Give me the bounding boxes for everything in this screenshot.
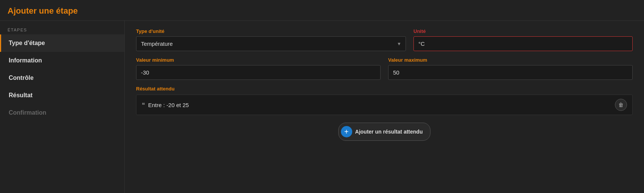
valeur-min-label: Valeur minimum (136, 57, 381, 63)
sidebar-item-controle[interactable]: Contrôle (0, 69, 124, 87)
unite-type-select-wrapper: Température ▼ (136, 36, 406, 51)
sidebar-item-type-etape[interactable]: Type d'étape (0, 34, 124, 52)
form-row-2: Valeur minimum Valeur maximum (136, 57, 633, 80)
result-label: Résultat attendu (136, 86, 633, 92)
valeur-max-group: Valeur maximum (388, 57, 633, 80)
unite-input[interactable] (413, 36, 633, 51)
sidebar-item-resultat[interactable]: Résultat (0, 87, 124, 104)
dialog-body: ÉTAPES Type d'étape Information Contrôle… (0, 21, 644, 193)
valeur-min-input[interactable] (136, 65, 381, 80)
result-section: Résultat attendu ❝ Entre : -20 et 25 🗑 (136, 86, 633, 115)
form-row-1: Type d'unité Température ▼ Unité (136, 28, 633, 51)
dialog-title: Ajouter une étape (8, 6, 636, 16)
dialog: Ajouter une étape ÉTAPES Type d'étape In… (0, 0, 644, 193)
valeur-min-group: Valeur minimum (136, 57, 381, 80)
unite-type-label: Type d'unité (136, 28, 406, 34)
sidebar-item-confirmation: Confirmation (0, 104, 124, 121)
add-button-container: + Ajouter un résultat attendu (136, 123, 633, 141)
result-value: Entre : -20 et 25 (148, 102, 189, 108)
sidebar-section-label: ÉTAPES (0, 25, 124, 34)
add-circle-icon: + (341, 126, 352, 137)
dialog-header: Ajouter une étape (0, 0, 644, 21)
sidebar-item-information[interactable]: Information (0, 52, 124, 69)
valeur-max-label: Valeur maximum (388, 57, 633, 63)
unite-label: Unité (413, 28, 633, 34)
delete-result-button[interactable]: 🗑 (615, 99, 627, 111)
unite-type-select[interactable]: Température (136, 36, 406, 51)
trash-icon: 🗑 (618, 102, 624, 108)
result-row-left: ❝ Entre : -20 et 25 (142, 101, 189, 109)
add-result-label: Ajouter un résultat attendu (355, 129, 423, 135)
sidebar: ÉTAPES Type d'étape Information Contrôle… (0, 21, 125, 193)
result-quote-icon: ❝ (142, 101, 145, 109)
unite-group: Unité (413, 28, 633, 51)
unite-type-group: Type d'unité Température ▼ (136, 28, 406, 51)
main-content: Type d'unité Température ▼ Unité V (125, 21, 644, 193)
add-result-button[interactable]: + Ajouter un résultat attendu (338, 123, 431, 141)
valeur-max-input[interactable] (388, 65, 633, 80)
result-row: ❝ Entre : -20 et 25 🗑 (136, 95, 633, 115)
